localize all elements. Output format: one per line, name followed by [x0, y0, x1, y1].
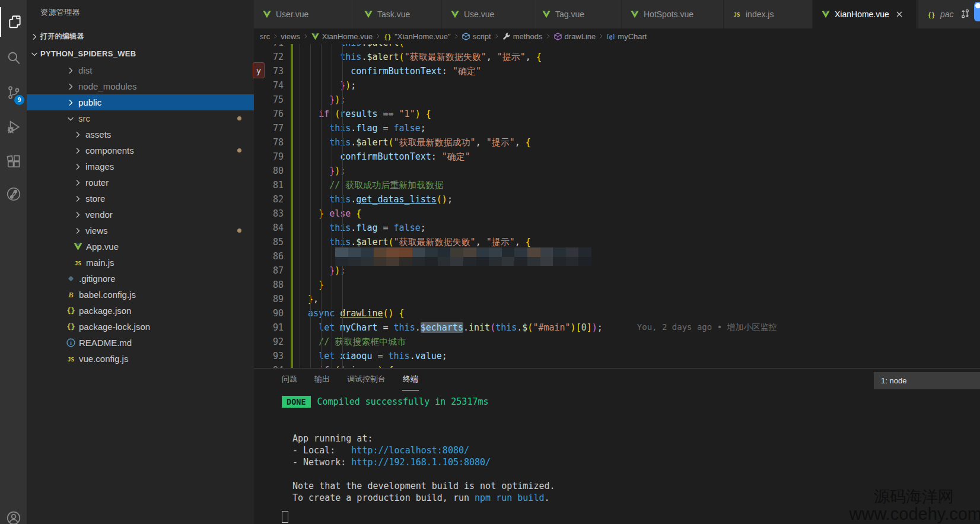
- open-changes-icon[interactable]: [960, 8, 971, 21]
- variable-icon: [@]: [606, 32, 615, 41]
- breadcrumb-item-6[interactable]: methods: [502, 32, 543, 41]
- chevron-right-icon: [66, 66, 75, 75]
- terminal-process-select[interactable]: 1: node: [874, 372, 980, 389]
- code-line-83[interactable]: 83 } else {: [254, 207, 980, 221]
- tree-item-public[interactable]: public: [27, 94, 254, 110]
- code-line-72[interactable]: 72 this.$alert("获取最新数据失败", "提示", {: [254, 50, 980, 64]
- modified-gutter-bar: [291, 278, 293, 292]
- search-icon[interactable]: [0, 43, 27, 72]
- line-number: 71: [254, 44, 291, 48]
- breadcrumb-item-8[interactable]: [@]myChart: [606, 32, 647, 41]
- tree-item-.gitignore[interactable]: .gitignore: [27, 271, 254, 287]
- code-editor[interactable]: 71 this.$alert(72 this.$alert("获取最新数据失败"…: [254, 44, 980, 368]
- terminal-link[interactable]: http://192.168.1.105:8080/: [351, 457, 491, 468]
- code-line-76[interactable]: 76 if (results == "1") {: [254, 107, 980, 121]
- tree-item-dist[interactable]: dist: [27, 62, 254, 78]
- panel-tab-终端[interactable]: 终端: [402, 369, 419, 390]
- tree-item-components[interactable]: components: [27, 142, 254, 158]
- vscode-window: 9 资源管理器 打开的编辑器 PYTHON_SPIDERS_WEB distno…: [0, 0, 980, 524]
- code-line-75[interactable]: 75 });: [254, 93, 980, 107]
- code-line-79[interactable]: 79 confirmButtonText: "确定": [254, 150, 980, 164]
- code-line-90[interactable]: 90 async drawLine() {: [254, 306, 980, 320]
- code-line-81[interactable]: 81 // 获取成功后重新加载数据: [254, 178, 980, 192]
- code-line-78[interactable]: 78 this.$alert("获取最新数据成功", "提示", {: [254, 135, 980, 150]
- tree-item-package-lock.json[interactable]: {}package-lock.json: [27, 319, 254, 335]
- code-line-84[interactable]: 84 this.flag = false;: [254, 221, 980, 235]
- open-editors-section[interactable]: 打开的编辑器: [27, 28, 254, 45]
- tree-item-assets[interactable]: assets: [27, 126, 254, 142]
- code-line-93[interactable]: 93 let xiaoqu = this.value;: [254, 349, 980, 363]
- bottom-panel: 问题输出调试控制台终端 1: node DONE Compiled succes…: [254, 368, 980, 524]
- code-line-91[interactable]: 91 let myChart = this.$echarts.init(this…: [254, 320, 980, 335]
- account-icon[interactable]: [0, 503, 27, 524]
- tree-item-vendor[interactable]: vendor: [27, 207, 254, 223]
- close-icon[interactable]: [895, 9, 904, 19]
- terminal-line: [292, 468, 555, 480]
- ime-popup: y: [253, 62, 265, 78]
- terminal-output[interactable]: App running at:- Local: http://localhost…: [292, 433, 555, 504]
- tab-Task.vue[interactable]: Task.vue: [355, 0, 442, 28]
- run-debug-icon[interactable]: [0, 112, 27, 142]
- chevron-right-icon: [73, 194, 82, 204]
- line-number: 91: [254, 322, 291, 333]
- code-text: confirmButtonText: "确定": [297, 66, 481, 77]
- code-text: this.flag = false;: [297, 123, 426, 134]
- code-line-71[interactable]: 71 this.$alert(: [254, 44, 980, 50]
- tree-item-node_modules[interactable]: node_modules: [27, 78, 254, 94]
- breadcrumb-item-7[interactable]: drawLine: [553, 32, 596, 41]
- code-line-80[interactable]: 80 });: [254, 164, 980, 178]
- tree-item-App.vue[interactable]: App.vue: [27, 239, 254, 255]
- code-line-73[interactable]: 73 confirmButtonText: "确定": [254, 64, 980, 78]
- code-line-89[interactable]: 89 },: [254, 292, 980, 306]
- breadcrumb-item-4[interactable]: {}"XianHome.vue": [383, 32, 451, 41]
- breadcrumb-label: drawLine: [565, 32, 596, 41]
- tab-pac[interactable]: {}pac: [918, 0, 980, 28]
- tree-item-label: components: [85, 145, 134, 155]
- code-text: });: [297, 80, 356, 91]
- extensions-icon[interactable]: [0, 147, 27, 176]
- source-control-icon[interactable]: 9: [0, 78, 27, 107]
- project-section[interactable]: PYTHON_SPIDERS_WEB: [27, 46, 254, 62]
- terminal-link[interactable]: npm run build: [475, 493, 544, 503]
- breadcrumb-item-1[interactable]: src: [260, 32, 270, 41]
- code-line-74[interactable]: 74 });: [254, 78, 980, 93]
- tree-item-store[interactable]: store: [27, 190, 254, 207]
- tree-item-label: App.vue: [86, 242, 119, 252]
- code-line-77[interactable]: 77 this.flag = false;: [254, 121, 980, 135]
- modified-gutter-bar: [291, 249, 293, 263]
- terminal-line: To create a production build, run npm ru…: [292, 492, 555, 504]
- code-line-94[interactable]: 94 if (!xiaoqu) {: [254, 363, 980, 368]
- tab-HotSpots.vue[interactable]: HotSpots.vue: [622, 0, 724, 28]
- breadcrumb-item-3[interactable]: XianHome.vue: [311, 32, 373, 41]
- panel-tab-调试控制台[interactable]: 调试控制台: [346, 369, 386, 390]
- tree-item-images[interactable]: images: [27, 158, 254, 174]
- files-icon[interactable]: [0, 7, 28, 37]
- terminal-link[interactable]: http://localhost:8080/: [351, 445, 469, 456]
- code-line-88[interactable]: 88 }: [254, 278, 980, 292]
- breadcrumb-item-5[interactable]: script: [462, 32, 491, 41]
- code-line-92[interactable]: 92 // 获取搜索框中城市: [254, 335, 980, 349]
- panel-tab-输出[interactable]: 输出: [314, 369, 330, 390]
- tab-Tag.vue[interactable]: Tag.vue: [533, 0, 622, 28]
- tree-item-src[interactable]: src: [27, 110, 254, 126]
- tree-item-babel.config.js[interactable]: Bbabel.config.js: [27, 287, 254, 303]
- tree-item-router[interactable]: router: [27, 174, 254, 190]
- tree-item-views[interactable]: views: [27, 223, 254, 239]
- tab-XianHome.vue[interactable]: XianHome.vue: [813, 0, 917, 28]
- tree-item-vue.config.js[interactable]: JSvue.config.js: [27, 351, 254, 367]
- tab-index.js[interactable]: JSindex.js: [724, 0, 813, 28]
- panel-tab-问题[interactable]: 问题: [281, 369, 298, 390]
- chevron-right-icon: [73, 146, 82, 155]
- tree-item-README.md[interactable]: iREADME.md: [27, 335, 254, 351]
- breadcrumb-item-2[interactable]: views: [281, 32, 300, 41]
- tab-User.vue[interactable]: User.vue: [254, 0, 355, 28]
- git-graph-icon[interactable]: [0, 179, 27, 209]
- chevron-down-icon: [66, 114, 75, 123]
- code-line-82[interactable]: 82 this.get_datas_lists();: [254, 192, 980, 207]
- tab-Use.vue[interactable]: Use.vue: [442, 0, 533, 28]
- git-blame-annotation: You, 2 days ago • 增加小区监控: [637, 322, 777, 333]
- breadcrumb-label: script: [473, 32, 491, 41]
- json-file-icon: {}: [66, 322, 76, 332]
- tree-item-main.js[interactable]: JSmain.js: [27, 255, 254, 271]
- tree-item-package.json[interactable]: {}package.json: [27, 303, 254, 319]
